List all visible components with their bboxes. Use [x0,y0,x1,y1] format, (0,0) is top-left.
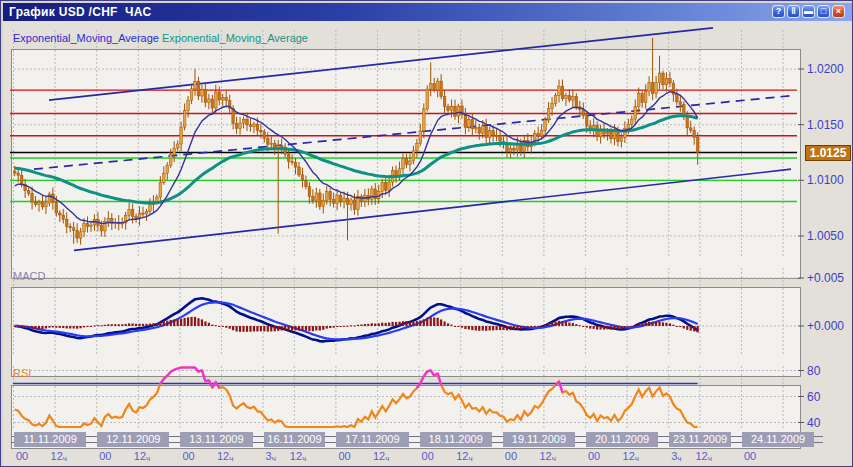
rsi-axis-label: 80 [807,364,820,378]
maximize-button[interactable]: □ [817,5,830,18]
date-box: 19.11.2009 [503,432,575,447]
date-box: 24.11.2009 [742,432,814,447]
window-buttons: ?‖▬□× [772,5,845,18]
date-box: 16.11.2009 [264,432,326,447]
time-label: 3ч [266,450,276,463]
time-label: 12ч [623,450,639,463]
date-box: 23.11.2009 [669,432,731,447]
time-label: 00 [588,450,600,462]
price-chart-panel[interactable] [11,49,801,279]
ema-fast-legend-label: Exponential_Moving_Average [13,32,159,44]
date-box: 12.11.2009 [97,432,169,447]
time-label: 12ч [539,450,555,463]
time-label: 00 [505,450,517,462]
rsi-panel-label: RSI [13,367,31,379]
chart-client-area [3,21,852,466]
current-price-badge: 1.0125 [805,145,851,161]
ema-slow-legend-label: Exponential_Moving_Average [162,32,308,44]
help-button[interactable]: ? [772,5,785,18]
macd-axis-label: +0.000 [807,319,844,333]
indicator-legend: Exponential_Moving_Average Exponential_M… [13,32,308,44]
macd-panel[interactable] [11,287,801,377]
time-label: 12ч [217,450,233,463]
macd-panel-label: MACD [13,270,45,282]
rsi-axis-label: 60 [807,390,820,404]
date-axis: 11.11.20090012ч12.11.20090012ч13.11.2009… [1,429,853,466]
date-box: 18.11.2009 [420,432,492,447]
title-bar[interactable]: График USD /CHF ЧАС ?‖▬□× [3,3,852,21]
time-label: 00 [744,450,756,462]
price-axis-label: 1.0050 [807,229,844,243]
price-axis-label: 1.0100 [807,173,844,187]
macd-axis-label: +0.005 [807,271,844,285]
price-axis-label: 1.0150 [807,118,844,132]
time-label: 00 [422,450,434,462]
time-label: 00 [99,450,111,462]
time-label: 00 [338,450,350,462]
close-button[interactable]: × [832,5,845,18]
pause-button[interactable]: ‖ [787,5,800,18]
time-label: 12ч [373,450,389,463]
time-label: 12ч [134,450,150,463]
time-label: 12ч [290,450,306,463]
time-label: 12ч [51,450,67,463]
minimize-button[interactable]: ▬ [802,5,815,18]
time-label: 00 [16,450,28,462]
time-label: 12ч [695,450,711,463]
time-label: 12ч [456,450,472,463]
date-box: 20.11.2009 [586,432,658,447]
time-label: 00 [182,450,194,462]
date-box: 13.11.2009 [180,432,252,447]
date-box: 11.11.2009 [14,432,86,447]
time-label: 3ч [671,450,681,463]
rsi-axis-label: 40 [807,416,820,430]
chart-window: График USD /CHF ЧАС ?‖▬□× Exponential_Mo… [0,0,853,467]
window-title: График USD /CHF ЧАС [3,5,151,19]
price-axis-label: 1.0200 [807,62,844,76]
date-box: 17.11.2009 [336,432,408,447]
